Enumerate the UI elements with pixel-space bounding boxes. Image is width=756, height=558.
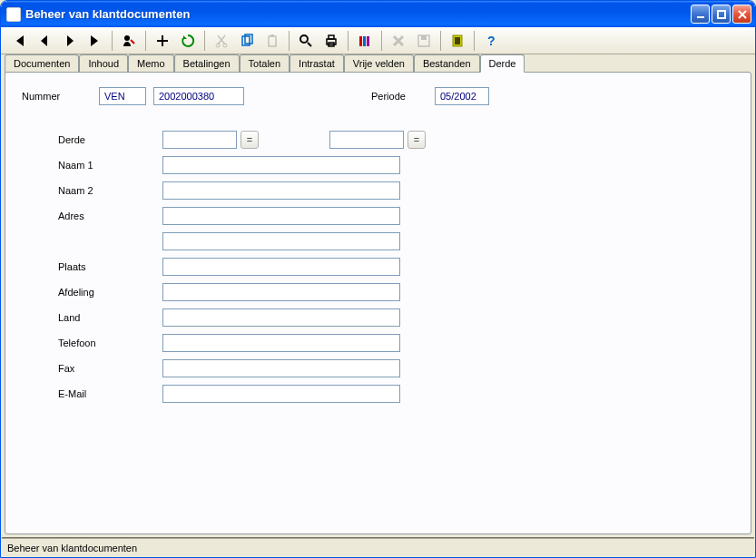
close-button[interactable] — [732, 5, 751, 24]
svg-point-9 — [300, 35, 308, 43]
adres-label: Adres — [58, 210, 162, 221]
separator — [112, 31, 113, 51]
previous-record-button[interactable] — [34, 30, 55, 52]
derde-input-1[interactable] — [162, 131, 237, 149]
svg-rect-15 — [367, 36, 369, 46]
afdeling-input[interactable] — [162, 283, 400, 301]
telefoon-label: Telefoon — [58, 338, 162, 348]
naam2-label: Naam 2 — [58, 185, 162, 196]
svg-rect-7 — [269, 36, 276, 46]
cut-button[interactable] — [211, 30, 232, 52]
tab-bestanden[interactable]: Bestanden — [414, 54, 480, 72]
nummer-label: Nummer — [22, 91, 99, 102]
window-controls — [691, 5, 751, 24]
svg-point-2 — [124, 35, 130, 41]
separator — [440, 31, 441, 51]
statusbar-text: Beheer van klantdocumenten — [7, 543, 137, 553]
plaats-input[interactable] — [162, 258, 400, 276]
header-row: Nummer Periode — [22, 87, 734, 105]
nummer-value-field[interactable] — [153, 87, 244, 105]
svg-rect-11 — [329, 35, 334, 39]
new-button[interactable] — [152, 30, 173, 52]
tab-totalen[interactable]: Totalen — [240, 54, 290, 72]
paste-button[interactable] — [261, 30, 283, 52]
refresh-button[interactable] — [177, 30, 199, 52]
statusbar: Beheer van klantdocumenten — [2, 538, 754, 556]
delete-button[interactable] — [388, 30, 409, 52]
tab-derde[interactable]: Derde — [480, 54, 525, 73]
last-record-button[interactable] — [84, 30, 106, 52]
fax-label: Fax — [58, 363, 162, 374]
land-label: Land — [58, 312, 162, 323]
print-button[interactable] — [320, 30, 342, 52]
derde-label: Derde — [58, 134, 162, 145]
separator — [289, 31, 290, 51]
separator — [204, 31, 205, 51]
app-icon — [6, 7, 21, 22]
separator — [381, 31, 382, 51]
naam1-label: Naam 1 — [58, 160, 162, 171]
help-button[interactable]: ? — [480, 30, 502, 52]
svg-rect-19 — [455, 37, 460, 44]
naam1-input[interactable] — [162, 156, 400, 174]
titlebar: Beheer van klantdocumenten — [1, 1, 755, 27]
derde-equals-button-2[interactable]: = — [407, 131, 426, 149]
adres-input-1[interactable] — [162, 207, 400, 225]
derde-input-2[interactable] — [329, 131, 404, 149]
periode-field[interactable] — [435, 87, 489, 105]
user-button[interactable] — [118, 30, 140, 52]
svg-text:?: ? — [487, 34, 496, 48]
tab-memo[interactable]: Memo — [128, 54, 174, 72]
adres-input-2[interactable] — [162, 232, 400, 250]
search-button[interactable] — [295, 30, 317, 52]
land-input[interactable] — [162, 308, 400, 327]
derde-form: Derde = = Naam 1 Naam 2 Adres — [58, 131, 734, 403]
svg-rect-14 — [363, 36, 366, 46]
tab-vrije-velden[interactable]: Vrije velden — [344, 54, 414, 72]
svg-rect-8 — [270, 34, 274, 37]
naam2-input[interactable] — [162, 181, 400, 200]
nummer-type-field[interactable] — [99, 87, 146, 105]
svg-rect-13 — [359, 36, 362, 46]
afdeling-label: Afdeling — [58, 287, 162, 298]
plaats-label: Plaats — [58, 261, 162, 272]
periode-label: Periode — [371, 91, 435, 102]
books-button[interactable] — [354, 30, 376, 52]
separator — [474, 31, 475, 51]
maximize-button[interactable] — [712, 5, 731, 24]
minimize-button[interactable] — [691, 5, 710, 24]
svg-rect-17 — [421, 35, 427, 40]
separator — [348, 31, 349, 51]
first-record-button[interactable] — [8, 30, 30, 52]
save-button[interactable] — [413, 30, 435, 52]
email-label: E-Mail — [58, 388, 162, 399]
tab-betalingen[interactable]: Betalingen — [174, 54, 240, 72]
derde-equals-button-1[interactable]: = — [241, 131, 259, 149]
telefoon-input[interactable] — [162, 334, 400, 352]
copy-button[interactable] — [236, 30, 258, 52]
tab-content: Nummer Periode Derde = = Naam 1 — [5, 72, 751, 534]
tab-inhoud[interactable]: Inhoud — [79, 54, 128, 72]
separator — [145, 31, 146, 51]
fax-input[interactable] — [162, 359, 400, 377]
next-record-button[interactable] — [59, 30, 81, 52]
email-input[interactable] — [162, 385, 400, 403]
window-title: Beheer van klantdocumenten — [25, 7, 691, 21]
tab-documenten[interactable]: Documenten — [5, 54, 79, 72]
tabstrip: Documenten Inhoud Memo Betalingen Totale… — [1, 54, 755, 72]
svg-rect-1 — [718, 11, 725, 18]
svg-rect-0 — [697, 16, 704, 18]
tab-intrastat[interactable]: Intrastat — [290, 54, 344, 72]
toolbar: ? — [1, 27, 755, 54]
exit-button[interactable] — [447, 30, 468, 52]
